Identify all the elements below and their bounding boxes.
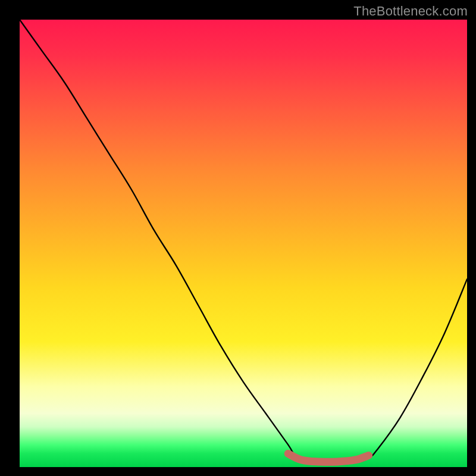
bottleneck-curve [20,20,467,467]
optimal-range-marker [288,453,368,462]
plot-area [20,20,467,467]
curve-path [20,20,467,463]
watermark-text: TheBottleneck.com [353,4,468,19]
chart-frame: TheBottleneck.com [0,0,476,476]
